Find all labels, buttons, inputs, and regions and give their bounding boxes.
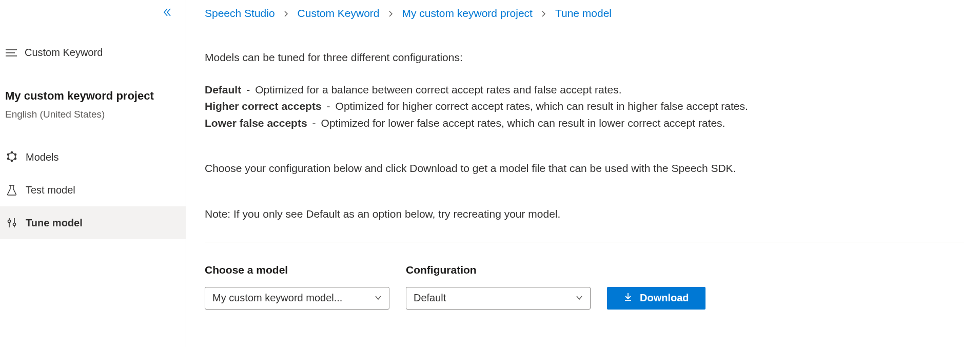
sidebar-item-tune-model[interactable]: Tune model [0, 206, 186, 239]
flask-icon [5, 184, 18, 196]
tune-icon [5, 217, 18, 229]
config-descriptions: Default - Optimized for a balance betwee… [205, 82, 964, 132]
config-name: Default [205, 82, 241, 99]
choose-model-select[interactable]: My custom keyword model... [205, 287, 389, 310]
svg-point-12 [8, 220, 11, 223]
intro-text: Models can be tuned for three different … [205, 49, 964, 66]
hamburger-icon [5, 49, 17, 57]
sidebar-link-label: Custom Keyword [25, 47, 103, 59]
svg-point-5 [14, 153, 16, 155]
download-button[interactable]: Download [607, 287, 705, 310]
configuration-select[interactable]: Default [406, 287, 591, 310]
choose-model-label: Choose a model [205, 262, 389, 279]
svg-point-14 [13, 223, 16, 226]
note-text: Note: If you only see Default as an opti… [205, 206, 964, 223]
breadcrumb-link[interactable]: Speech Studio [205, 7, 275, 20]
breadcrumb-link[interactable]: Tune model [555, 7, 612, 20]
svg-point-4 [11, 151, 12, 153]
chevron-right-icon [541, 7, 547, 20]
select-value: Default [414, 290, 446, 306]
sidebar-item-models[interactable]: Models [0, 141, 186, 174]
sidebar-item-test-model[interactable]: Test model [0, 174, 186, 206]
sidebar-link-custom-keyword[interactable]: Custom Keyword [0, 41, 186, 65]
project-locale: English (United States) [5, 109, 181, 120]
svg-marker-3 [8, 152, 15, 161]
chevron-down-icon [375, 290, 382, 306]
project-title: My custom keyword project [5, 89, 181, 103]
breadcrumb-link[interactable]: Custom Keyword [298, 7, 380, 20]
chevron-down-icon [576, 290, 583, 306]
sidebar-item-label: Test model [26, 184, 75, 196]
sidebar-item-label: Tune model [26, 217, 83, 229]
config-desc: Optimized for a balance between correct … [255, 82, 621, 99]
svg-point-6 [14, 158, 16, 159]
main-content: Speech Studio Custom Keyword My custom k… [186, 0, 980, 347]
divider [205, 242, 964, 242]
config-name: Lower false accepts [205, 115, 307, 132]
download-button-label: Download [640, 292, 689, 304]
select-value: My custom keyword model... [212, 290, 342, 306]
svg-point-8 [7, 158, 9, 159]
collapse-sidebar-icon[interactable] [162, 7, 172, 20]
svg-point-7 [11, 160, 12, 161]
chevron-right-icon [388, 7, 394, 20]
models-icon [5, 151, 18, 163]
breadcrumb-link[interactable]: My custom keyword project [402, 7, 533, 20]
config-desc: Optimized for higher correct accept rate… [336, 98, 748, 115]
download-icon [623, 292, 633, 304]
chevron-right-icon [283, 7, 289, 20]
svg-point-9 [7, 153, 9, 155]
config-name: Higher correct accepts [205, 98, 322, 115]
breadcrumb: Speech Studio Custom Keyword My custom k… [205, 7, 980, 20]
choose-instruction: Choose your configuration below and clic… [205, 160, 964, 177]
configuration-label: Configuration [406, 262, 591, 279]
config-desc: Optimized for lower false accept rates, … [321, 115, 726, 132]
sidebar-item-label: Models [26, 151, 58, 163]
sidebar: Custom Keyword My custom keyword project… [0, 0, 186, 347]
